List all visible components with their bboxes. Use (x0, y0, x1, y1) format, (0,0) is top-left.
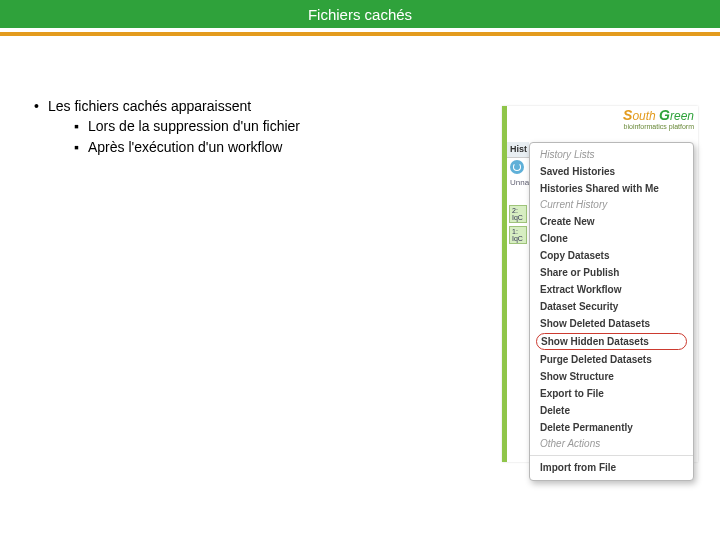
history-column: Hist Unna 2:IqC 1:IqC (507, 142, 529, 462)
menu-section-header: Other Actions (530, 436, 693, 452)
menu-delete-permanently[interactable]: Delete Permanently (530, 419, 693, 436)
history-header: Hist (507, 142, 529, 158)
menu-purge-deleted[interactable]: Purge Deleted Datasets (530, 351, 693, 368)
menu-show-hidden[interactable]: Show Hidden Datasets (536, 333, 687, 350)
refresh-icon[interactable] (510, 160, 524, 174)
menu-dataset-security[interactable]: Dataset Security (530, 298, 693, 315)
menu-create-new[interactable]: Create New (530, 213, 693, 230)
menu-separator (530, 455, 693, 456)
menu-import-file[interactable]: Import from File (530, 459, 693, 476)
menu-copy-datasets[interactable]: Copy Datasets (530, 247, 693, 264)
galaxy-screenshot: South Green bioinformatics platform Hist… (502, 106, 698, 462)
menu-show-deleted[interactable]: Show Deleted Datasets (530, 315, 693, 332)
menu-export-file[interactable]: Export to File (530, 385, 693, 402)
slide-title: Fichiers cachés (308, 6, 412, 23)
menu-section-header: History Lists (530, 147, 693, 163)
sub-item-1: Lors de la suppression d'un fichier (88, 116, 300, 136)
square-bullet-icon: ▪ (74, 116, 88, 136)
bullet-icon: • (34, 96, 48, 116)
history-options-menu: History Lists Saved Histories Histories … (529, 142, 694, 481)
dataset-item[interactable]: 1:IqC (509, 226, 527, 244)
southgreen-logo: South Green bioinformatics platform (623, 108, 694, 130)
menu-clone[interactable]: Clone (530, 230, 693, 247)
title-bar: Fichiers cachés (0, 0, 720, 28)
history-name: Unna (507, 176, 529, 202)
menu-delete[interactable]: Delete (530, 402, 693, 419)
menu-extract-workflow[interactable]: Extract Workflow (530, 281, 693, 298)
menu-show-structure[interactable]: Show Structure (530, 368, 693, 385)
intro-text: Les fichiers cachés apparaissent (48, 96, 251, 116)
sub-item-2: Après l'exécution d'un workflow (88, 137, 282, 157)
menu-saved-histories[interactable]: Saved Histories (530, 163, 693, 180)
dataset-item[interactable]: 2:IqC (509, 205, 527, 223)
menu-section-header: Current History (530, 197, 693, 213)
menu-share-publish[interactable]: Share or Publish (530, 264, 693, 281)
menu-histories-shared[interactable]: Histories Shared with Me (530, 180, 693, 197)
square-bullet-icon: ▪ (74, 137, 88, 157)
